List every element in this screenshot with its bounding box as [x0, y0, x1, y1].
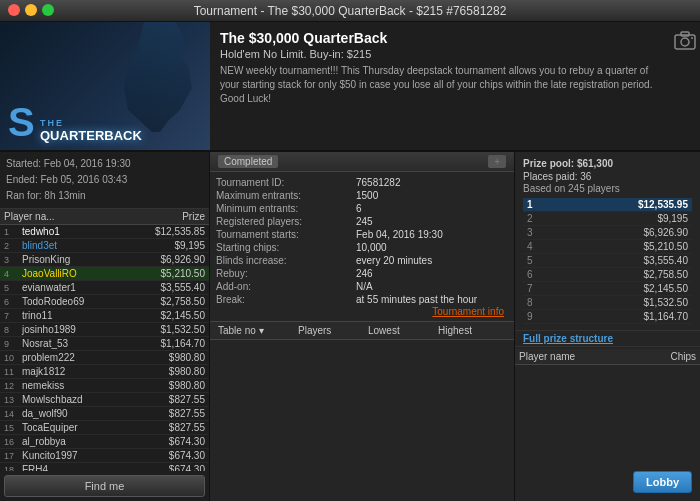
- player-name: josinho1989: [22, 324, 130, 335]
- table-row[interactable]: 2 blind3et $9,195: [0, 239, 209, 253]
- table-row[interactable]: 4 JoaoValliRO $5,210.50: [0, 267, 209, 281]
- player-prize: $1,532.50: [130, 324, 205, 335]
- col-player-name: Player na...: [4, 211, 125, 222]
- player-list-body: 1 tedwho1 $12,535.85 2 blind3et $9,195 3…: [0, 225, 209, 471]
- table-row[interactable]: 8 josinho1989 $1,532.50: [0, 323, 209, 337]
- svg-rect-3: [681, 32, 689, 36]
- player-rank: 3: [4, 255, 22, 265]
- table-row[interactable]: 14 da_wolf90 $827.55: [0, 407, 209, 421]
- table-row[interactable]: 12 nemekiss $980.80: [0, 379, 209, 393]
- top-section: S THE QUARTERBACK The $30,000 QuarterBac…: [0, 22, 700, 152]
- player-name: evianwater1: [22, 282, 130, 293]
- prize-row[interactable]: 4$5,210.50: [523, 240, 692, 254]
- prize-row[interactable]: 9$1,164.70: [523, 310, 692, 324]
- info-row: Break:at 55 minutes past the hour: [216, 293, 508, 306]
- info-row: Tournament ID:76581282: [216, 176, 508, 189]
- player-name: da_wolf90: [22, 408, 130, 419]
- col-players: Players: [294, 324, 364, 337]
- svg-text:S: S: [8, 100, 35, 144]
- player-name: problem222: [22, 352, 130, 363]
- table-row[interactable]: 10 problem222 $980.80: [0, 351, 209, 365]
- player-prize: $674.30: [130, 436, 205, 447]
- player-rank: 18: [4, 465, 22, 472]
- traffic-lights: [8, 4, 54, 16]
- player-prize: $827.55: [130, 408, 205, 419]
- info-row: Minimum entrants:6: [216, 202, 508, 215]
- tables-header: Table no ▾ Players Lowest Highest: [210, 322, 514, 340]
- logo-the: THE: [40, 118, 142, 128]
- player-rank: 17: [4, 451, 22, 461]
- player-name: Kuncito1997: [22, 450, 130, 461]
- player-name: al_robbya: [22, 436, 130, 447]
- player-rank: 4: [4, 269, 22, 279]
- info-area: The $30,000 QuarterBack Hold'em No Limit…: [210, 22, 670, 150]
- completed-header: Completed +: [210, 152, 514, 172]
- tournament-info-link[interactable]: Tournament info: [432, 306, 508, 317]
- col-chips: Chips: [636, 351, 696, 362]
- add-icon[interactable]: +: [488, 155, 506, 168]
- col-highest: Highest: [434, 324, 510, 337]
- player-prize: $980.80: [130, 352, 205, 363]
- table-row[interactable]: 15 TocaEquiper $827.55: [0, 421, 209, 435]
- status-badge: Completed: [218, 155, 278, 168]
- player-name: TocaEquiper: [22, 422, 130, 433]
- table-row[interactable]: 11 majk1812 $980.80: [0, 365, 209, 379]
- col-lowest: Lowest: [364, 324, 434, 337]
- player-list-header: Player na... Prize: [0, 209, 209, 225]
- player-prize: $674.30: [130, 450, 205, 461]
- table-row[interactable]: 9 Nosrat_53 $1,164.70: [0, 337, 209, 351]
- minimize-button[interactable]: [25, 4, 37, 16]
- table-row[interactable]: 3 PrisonKing $6,926.90: [0, 253, 209, 267]
- player-rank: 12: [4, 381, 22, 391]
- prize-row[interactable]: 8$1,532.50: [523, 296, 692, 310]
- player-rank: 7: [4, 311, 22, 321]
- buyin-label: Hold'em No Limit. Buy-in: $215: [220, 48, 660, 60]
- table-row[interactable]: 6 TodoRodeo69 $2,758.50: [0, 295, 209, 309]
- title-bar: Tournament - The $30,000 QuarterBack - $…: [0, 0, 700, 22]
- maximize-button[interactable]: [42, 4, 54, 16]
- tournament-title: The $30,000 QuarterBack: [220, 30, 660, 46]
- camera-icon[interactable]: [670, 22, 700, 150]
- table-row[interactable]: 1 tedwho1 $12,535.85: [0, 225, 209, 239]
- prize-row[interactable]: 7$2,145.50: [523, 282, 692, 296]
- player-list-container: Player na... Prize 1 tedwho1 $12,535.85 …: [0, 209, 209, 471]
- info-row: Starting chips:10,000: [216, 241, 508, 254]
- player-rank: 2: [4, 241, 22, 251]
- player-prize: $1,164.70: [130, 338, 205, 349]
- player-name: majk1812: [22, 366, 130, 377]
- prize-row[interactable]: 1$12,535.95: [523, 198, 692, 212]
- close-button[interactable]: [8, 4, 20, 16]
- player-name: nemekiss: [22, 380, 130, 391]
- logo-s: S: [6, 94, 36, 144]
- player-rank: 8: [4, 325, 22, 335]
- find-me-button[interactable]: Find me: [4, 475, 205, 497]
- table-row[interactable]: 18 FRH4 $674.30: [0, 463, 209, 471]
- table-row[interactable]: 16 al_robbya $674.30: [0, 435, 209, 449]
- based-on: Based on 245 players: [523, 183, 692, 194]
- player-prize: $5,210.50: [130, 268, 205, 279]
- tables-section: Table no ▾ Players Lowest Highest: [210, 321, 514, 501]
- player-rank: 6: [4, 297, 22, 307]
- prize-row[interactable]: 5$3,555.40: [523, 254, 692, 268]
- col-player-name-chips: Player name: [519, 351, 636, 362]
- tournament-info-table: Tournament ID:76581282Maximum entrants:1…: [210, 172, 514, 321]
- table-row[interactable]: 13 Mowlschbazd $827.55: [0, 393, 209, 407]
- full-prize-link[interactable]: Full prize structure: [515, 331, 700, 347]
- lobby-button[interactable]: Lobby: [633, 471, 692, 493]
- prize-pool-amount: Prize pool: $61,300: [523, 158, 692, 169]
- table-row[interactable]: 17 Kuncito1997 $674.30: [0, 449, 209, 463]
- col-table-no[interactable]: Table no ▾: [214, 324, 294, 337]
- prize-row[interactable]: 6$2,758.50: [523, 268, 692, 282]
- prize-row[interactable]: 2$9,195: [523, 212, 692, 226]
- player-prize: $6,926.90: [130, 254, 205, 265]
- table-row[interactable]: 5 evianwater1 $3,555.40: [0, 281, 209, 295]
- logo-area: S THE QUARTERBACK: [0, 22, 210, 150]
- window-title: Tournament - The $30,000 QuarterBack - $…: [194, 4, 507, 18]
- prize-row[interactable]: 3$6,926.90: [523, 226, 692, 240]
- info-row: Blinds increase:every 20 minutes: [216, 254, 508, 267]
- table-row[interactable]: 7 trino11 $2,145.50: [0, 309, 209, 323]
- chip-counts-header: Player name Chips: [515, 349, 700, 365]
- middle-section: Started: Feb 04, 2016 19:30 Ended: Feb 0…: [0, 152, 700, 501]
- player-rank: 1: [4, 227, 22, 237]
- player-prize: $827.55: [130, 422, 205, 433]
